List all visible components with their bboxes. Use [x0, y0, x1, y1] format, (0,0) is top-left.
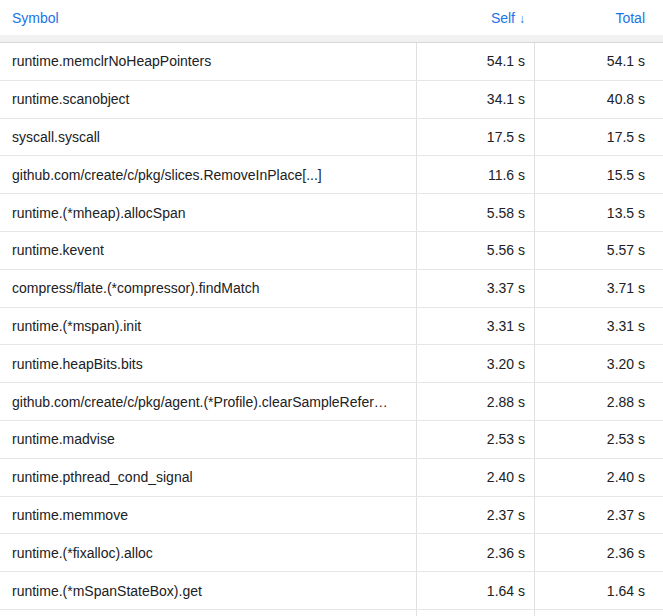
- table-header: Symbol Self↓ Total: [0, 0, 663, 35]
- self-cell: 2.36 s: [416, 534, 534, 571]
- symbol-cell: runtime.pthread_cond_signal: [0, 459, 416, 496]
- self-cell: 2.40 s: [416, 459, 534, 496]
- self-cell: 17.5 s: [416, 119, 534, 156]
- total-column-label: Total: [615, 10, 645, 26]
- column-header-symbol[interactable]: Symbol: [0, 10, 416, 26]
- total-cell: 2.40 s: [534, 459, 663, 496]
- table-row[interactable]: runtime.madvise 2.53 s 2.53 s: [0, 421, 663, 459]
- symbol-cell: runtime.(*mSpanStateBox).get: [0, 572, 416, 609]
- self-cell: 2.53 s: [416, 421, 534, 458]
- self-cell: 3.31 s: [416, 308, 534, 345]
- symbol-cell: syscall.syscall: [0, 119, 416, 156]
- symbol-column-label: Symbol: [12, 10, 59, 26]
- table-row[interactable]: runtime.heapBits.bits 3.20 s 3.20 s: [0, 345, 663, 383]
- self-cell: 3.20 s: [416, 345, 534, 382]
- header-divider: [0, 35, 663, 43]
- table-row[interactable]: github.com/create/c/pkg/slices.RemoveInP…: [0, 156, 663, 194]
- total-cell: [534, 610, 663, 616]
- symbol-cell: runtime.(*mspan).init: [0, 308, 416, 345]
- table-row[interactable]: runtime.(*fixalloc).alloc 2.36 s 2.36 s: [0, 534, 663, 572]
- table-row[interactable]: runtime.scanobject 34.1 s 40.8 s: [0, 81, 663, 119]
- symbol-cell: runtime.(*fixalloc).alloc: [0, 534, 416, 571]
- table-row[interactable]: runtime.(*mspan).init 3.31 s 3.31 s: [0, 308, 663, 346]
- table-row[interactable]: compress/flate.(*compressor).findMatch 3…: [0, 270, 663, 308]
- table-body: runtime.memclrNoHeapPointers 54.1 s 54.1…: [0, 43, 663, 610]
- table-row[interactable]: github.com/create/c/pkg/agent.(*Profile)…: [0, 383, 663, 421]
- symbol-cell: runtime.scanobject: [0, 81, 416, 118]
- total-cell: 5.57 s: [534, 232, 663, 269]
- total-cell: 3.71 s: [534, 270, 663, 307]
- total-cell: 1.64 s: [534, 572, 663, 609]
- self-cell: [416, 610, 534, 616]
- table-row[interactable]: runtime.pthread_cond_signal 2.40 s 2.40 …: [0, 459, 663, 497]
- table-row-partial: [0, 610, 663, 616]
- total-cell: 15.5 s: [534, 156, 663, 193]
- symbol-cell: github.com/create/c/pkg/slices.RemoveInP…: [0, 156, 416, 193]
- column-header-self[interactable]: Self↓: [416, 10, 534, 26]
- total-cell: 2.88 s: [534, 383, 663, 420]
- total-cell: 54.1 s: [534, 43, 663, 80]
- total-cell: 2.37 s: [534, 497, 663, 534]
- symbol-cell: runtime.heapBits.bits: [0, 345, 416, 382]
- profiler-symbol-table: Symbol Self↓ Total runtime.memclrNoHeapP…: [0, 0, 663, 616]
- symbol-cell: github.com/create/c/pkg/agent.(*Profile)…: [0, 383, 416, 420]
- total-cell: 13.5 s: [534, 194, 663, 231]
- total-cell: 2.36 s: [534, 534, 663, 571]
- total-cell: 3.20 s: [534, 345, 663, 382]
- self-cell: 2.37 s: [416, 497, 534, 534]
- self-column-label: Self: [491, 10, 515, 26]
- self-cell: 54.1 s: [416, 43, 534, 80]
- self-cell: 2.88 s: [416, 383, 534, 420]
- sort-descending-icon: ↓: [519, 12, 525, 26]
- total-cell: 40.8 s: [534, 81, 663, 118]
- symbol-cell: [0, 610, 416, 616]
- symbol-cell: runtime.kevent: [0, 232, 416, 269]
- symbol-cell: runtime.madvise: [0, 421, 416, 458]
- table-row[interactable]: runtime.(*mSpanStateBox).get 1.64 s 1.64…: [0, 572, 663, 610]
- symbol-cell: runtime.memclrNoHeapPointers: [0, 43, 416, 80]
- total-cell: 3.31 s: [534, 308, 663, 345]
- symbol-cell: compress/flate.(*compressor).findMatch: [0, 270, 416, 307]
- self-cell: 5.56 s: [416, 232, 534, 269]
- total-cell: 17.5 s: [534, 119, 663, 156]
- self-cell: 3.37 s: [416, 270, 534, 307]
- table-row[interactable]: runtime.memclrNoHeapPointers 54.1 s 54.1…: [0, 43, 663, 81]
- symbol-cell: runtime.(*mheap).allocSpan: [0, 194, 416, 231]
- table-row[interactable]: runtime.memmove 2.37 s 2.37 s: [0, 497, 663, 535]
- self-cell: 1.64 s: [416, 572, 534, 609]
- total-cell: 2.53 s: [534, 421, 663, 458]
- table-row[interactable]: runtime.kevent 5.56 s 5.57 s: [0, 232, 663, 270]
- self-cell: 11.6 s: [416, 156, 534, 193]
- table-row[interactable]: syscall.syscall 17.5 s 17.5 s: [0, 119, 663, 157]
- column-header-total[interactable]: Total: [534, 10, 663, 26]
- self-cell: 5.58 s: [416, 194, 534, 231]
- symbol-cell: runtime.memmove: [0, 497, 416, 534]
- self-cell: 34.1 s: [416, 81, 534, 118]
- table-row[interactable]: runtime.(*mheap).allocSpan 5.58 s 13.5 s: [0, 194, 663, 232]
